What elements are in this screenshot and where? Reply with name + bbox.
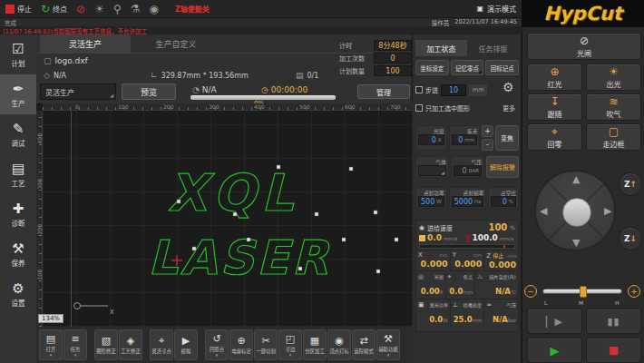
return-zero-button[interactable]: ⌖ 回零 (527, 123, 582, 151)
slider-minus-button[interactable]: − (524, 285, 537, 298)
z-down-button[interactable]: Z↓ (619, 227, 642, 250)
focus-minus-button[interactable]: - (482, 139, 493, 151)
simulate-button[interactable]: ▶ 模拟 (174, 329, 198, 360)
z-axis-value: 0.000 (486, 260, 516, 270)
return-origin-button[interactable]: ↺ 回原点 ▾ (205, 329, 229, 360)
pressure-input[interactable]: 0 BAR (454, 165, 482, 176)
clear-alarm-button[interactable]: 解除报警 (486, 156, 519, 178)
mic-sensor-icon[interactable]: ⚲ (113, 4, 122, 15)
demo-mode-button[interactable]: ▣ 演示模式 (476, 4, 516, 14)
sidebar-item-settings[interactable]: ⚙ 设置 (0, 274, 36, 314)
jog-pad[interactable]: ▲ ▼ ◀ ▶ (534, 170, 616, 251)
only-selected-checkbox[interactable] (415, 104, 423, 112)
tab-task-layout[interactable]: 任务排版 (467, 40, 519, 56)
burst-power-input[interactable]: 500 W (418, 196, 444, 207)
more-link[interactable]: 更多 (503, 103, 515, 113)
find-edge-icon: ◰ (286, 334, 295, 345)
zoom-focus-button[interactable]: 变焦 (495, 125, 519, 151)
speed-slider-zone: − + L M H (524, 283, 644, 305)
tab-processing-status[interactable]: 加工状态 (415, 40, 467, 56)
y-axis-value: 0.000 (453, 259, 483, 269)
app-logo: HypCut (543, 3, 622, 25)
tab-production-custom[interactable]: 生产自定义 (131, 34, 221, 53)
follow-button[interactable]: ↧ 跟随 (527, 93, 582, 121)
machine-readout: ▣激光功率 0.0W ⊥喷嘴高度 25.0mm ≈气压 N/Abar (416, 299, 518, 327)
zone-processing-button[interactable]: ▦ 分区加工 (303, 329, 327, 360)
gas-select[interactable]: ◢ (418, 165, 446, 176)
spot-input[interactable]: 0 X (418, 134, 444, 145)
indicator-icon[interactable]: ◉ (149, 4, 158, 15)
step-settings-gear-icon[interactable]: ⚙ (503, 80, 514, 94)
spot-focus-row: 光斑 0 X 焦点 0 mm + - 变焦 (415, 125, 519, 151)
one-key-cut-button[interactable]: ✂ 一键切割 (254, 329, 278, 360)
duty-cycle-input[interactable]: 0 % (491, 196, 516, 207)
jog-down-arrow[interactable]: ▼ (572, 237, 580, 249)
vertical-ruler: 400 300 200 100 (36, 111, 43, 327)
focus-plus-button[interactable]: + (482, 125, 493, 137)
stop-button[interactable]: 停止 (5, 4, 32, 14)
step-checkbox[interactable] (415, 86, 423, 93)
slider-plus-button[interactable]: + (628, 285, 640, 298)
jog-left-arrow[interactable]: ◀ (540, 205, 547, 217)
sidebar-item-maintain[interactable]: ⚒ 保养 (0, 234, 36, 274)
capacitance-calibration-button[interactable]: ⊕ 电容标定 (229, 329, 253, 360)
vertex-marking-button[interactable]: ◉ 顶点打标 (327, 329, 351, 360)
alert-message: (11/07 16:49:02)当前图层没有工艺信息，不允许加工 (3, 26, 147, 35)
flexible-find-point-button[interactable]: ⌖ 灵活寻点 (150, 329, 173, 360)
burst-power-cell: 点射功率 500 W (415, 187, 447, 209)
sidebar-item-process[interactable]: ▤ 工艺 (0, 154, 36, 194)
mode-select[interactable]: 灵活生产 ◢ (40, 83, 116, 100)
z-up-button[interactable]: Z↑ (619, 172, 642, 196)
jog-center-button[interactable] (562, 198, 591, 227)
sidebar-item-diagnose[interactable]: ✚ 诊断 (0, 194, 36, 234)
speed-slider[interactable] (542, 289, 622, 294)
open-button[interactable]: ▤ 打开 ▾ (39, 329, 63, 360)
memory-zero-button[interactable]: 记忆零点 (451, 60, 484, 75)
preview-button[interactable]: 预览 (122, 83, 176, 100)
process-fix-button[interactable]: ◈ 工艺修正 (119, 329, 142, 360)
focus-input[interactable]: 0 mm (452, 134, 478, 145)
quick-toolbar: 停止 ↻ 终点 ⊘ ☀ ⚲ ⚗ ◉ Z轴使能关 ▣ 演示模式 (0, 0, 522, 18)
laser-emit-icon[interactable]: ☀ (94, 4, 104, 15)
step-value-input[interactable]: 10 (441, 84, 466, 96)
sidebar-item-plan[interactable]: ☑ 计划 (0, 34, 36, 74)
slider-handle[interactable] (580, 286, 587, 298)
manage-button[interactable]: 管理 (357, 84, 410, 99)
find-edge-button[interactable]: ◰ 寻边 ▾ (278, 329, 302, 360)
step-run-button[interactable]: ▏▶ (527, 309, 582, 334)
laser-out-button[interactable]: ☀ 出光 (586, 64, 641, 91)
remote-mode-button[interactable]: ⇄ 远程模式 (352, 329, 376, 360)
endpoint-button[interactable]: ↻ 终点 (41, 4, 67, 15)
sidebar-item-production[interactable]: ✒ 生产 (0, 74, 36, 114)
marker-disabled-icon[interactable]: ⊘ (76, 4, 85, 15)
z-axis-warning: Z轴使能关 (175, 4, 210, 14)
plan-qty-value[interactable]: 100 (374, 65, 412, 76)
return-mark-point-button[interactable]: 回标记点 (485, 60, 519, 75)
feed-rate-bar[interactable] (419, 244, 515, 249)
auxiliary-functions-button[interactable]: ⚒ 辅助功能 ▾ (376, 329, 400, 360)
start-button[interactable]: ▶ (527, 338, 582, 363)
blow-air-button[interactable]: ≋ 吹气 (586, 93, 641, 121)
jog-up-arrow[interactable]: ▲ (572, 173, 580, 185)
estimated-time: ◔ N/A (192, 85, 217, 94)
work-canvas[interactable]: 0 100 200 300 400 500 600 700 400 300 20… (36, 103, 413, 327)
plan-icon: ☑ (12, 42, 24, 56)
sidebar-item-debug[interactable]: ✎ 调试 (0, 114, 36, 154)
coordinate-setting-button[interactable]: 坐标设定 (415, 60, 449, 75)
trace-frame-button[interactable]: ▢ 走边框 (586, 123, 641, 151)
thermometer-icon: ♨ (477, 273, 483, 280)
sheet-count-cell: ▤ 0/1 (296, 71, 318, 80)
shape-fix-button[interactable]: ▧ 图形修正 (94, 329, 118, 360)
shutter-button[interactable]: ⊘ 光闸 (527, 33, 641, 60)
task-button[interactable]: ≡ 任务 ▾ (63, 329, 87, 360)
tab-flexible-production[interactable]: 灵活生产 (40, 34, 131, 53)
status-panel: 加工状态 任务排版 坐标设定 记忆零点 回标记点 步进 10 mm ⚙ 只加工选… (413, 34, 522, 363)
burst-freq-input[interactable]: 5000 Hz (452, 196, 483, 207)
red-light-button[interactable]: ⊕ 红光 (527, 64, 582, 91)
stop-machine-button[interactable]: ■ (586, 338, 641, 363)
pause-button[interactable]: ▮▮ (586, 309, 641, 334)
svg-text:x: x (110, 308, 114, 316)
nozzle-icon[interactable]: ⚗ (131, 4, 141, 15)
jog-right-arrow[interactable]: ▶ (604, 205, 611, 217)
step-row: 步进 10 mm (415, 82, 499, 98)
